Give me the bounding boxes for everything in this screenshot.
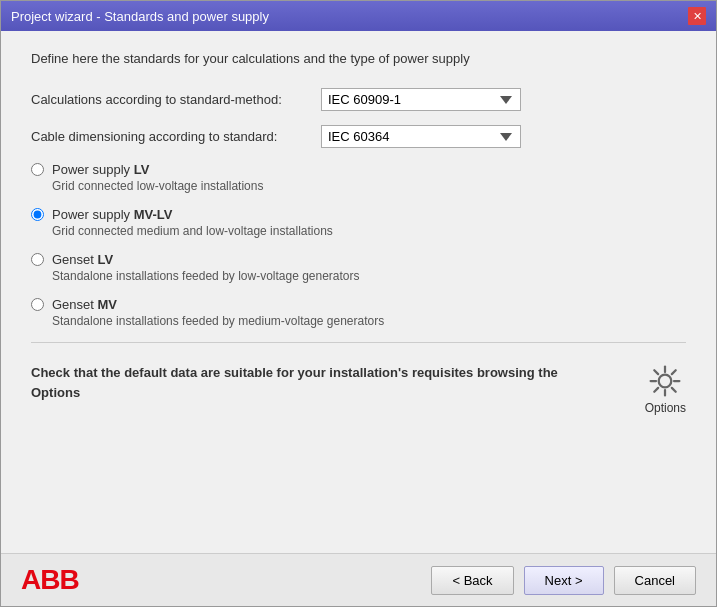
window-title: Project wizard - Standards and power sup… [11, 9, 269, 24]
radio-item-power-mv-lv: Power supply MV-LV Grid connected medium… [31, 207, 686, 238]
gear-icon [647, 363, 683, 399]
power-supply-group: Power supply LV Grid connected low-volta… [31, 162, 686, 328]
main-window: Project wizard - Standards and power sup… [0, 0, 717, 607]
cable-label: Cable dimensioning according to standard… [31, 129, 321, 144]
footer-buttons: < Back Next > Cancel [431, 566, 696, 595]
options-button[interactable]: Options [645, 363, 686, 415]
calc-select[interactable]: IEC 60909-1 IEC 60865 ANSI/IEEE [321, 88, 521, 111]
radio-power-lv-label[interactable]: Power supply LV [52, 162, 149, 177]
options-label: Options [645, 401, 686, 415]
radio-item-power-lv: Power supply LV Grid connected low-volta… [31, 162, 686, 193]
radio-power-mv-lv-desc: Grid connected medium and low-voltage in… [52, 224, 333, 238]
logo-area: ABB [21, 564, 79, 596]
back-button[interactable]: < Back [431, 566, 513, 595]
abb-logo: ABB [21, 564, 79, 596]
separator [31, 342, 686, 343]
title-bar: Project wizard - Standards and power sup… [1, 1, 716, 31]
calc-row: Calculations according to standard-metho… [31, 88, 686, 111]
radio-genset-lv-desc: Standalone installations feeded by low-v… [52, 269, 360, 283]
radio-power-lv-desc: Grid connected low-voltage installations [52, 179, 263, 193]
svg-line-8 [655, 388, 659, 392]
radio-power-mv-lv[interactable] [31, 208, 44, 221]
cable-select[interactable]: IEC 60364 IEC 60364-5-52 NFC 15-100 [321, 125, 521, 148]
radio-item-genset-lv: Genset LV Standalone installations feede… [31, 252, 686, 283]
radio-power-lv[interactable] [31, 163, 44, 176]
radio-power-mv-lv-label[interactable]: Power supply MV-LV [52, 207, 172, 222]
calc-label: Calculations according to standard-metho… [31, 92, 321, 107]
radio-genset-mv-label[interactable]: Genset MV [52, 297, 117, 312]
close-button[interactable]: ✕ [688, 7, 706, 25]
radio-genset-lv[interactable] [31, 253, 44, 266]
info-section: Check that the default data are suitable… [31, 355, 686, 415]
cancel-button[interactable]: Cancel [614, 566, 696, 595]
radio-genset-mv[interactable] [31, 298, 44, 311]
radio-genset-lv-label[interactable]: Genset LV [52, 252, 113, 267]
content-area: Define here the standards for your calcu… [1, 31, 716, 553]
info-text: Check that the default data are suitable… [31, 363, 561, 402]
svg-line-5 [655, 370, 659, 374]
next-button[interactable]: Next > [524, 566, 604, 595]
svg-line-7 [672, 370, 676, 374]
cable-row: Cable dimensioning according to standard… [31, 125, 686, 148]
svg-line-6 [672, 388, 676, 392]
footer: ABB < Back Next > Cancel [1, 553, 716, 606]
radio-item-genset-mv: Genset MV Standalone installations feede… [31, 297, 686, 328]
svg-point-0 [659, 375, 672, 388]
description-text: Define here the standards for your calcu… [31, 51, 686, 66]
radio-genset-mv-desc: Standalone installations feeded by mediu… [52, 314, 384, 328]
